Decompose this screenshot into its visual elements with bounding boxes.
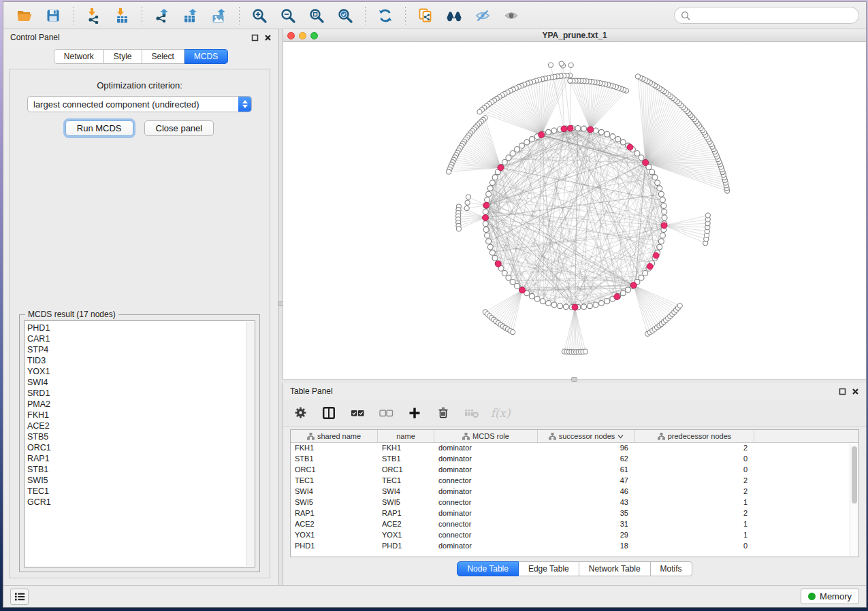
column-header-predecessor-nodes[interactable]: predecessor nodes <box>635 430 754 442</box>
cell-shared-name[interactable]: SWI5 <box>291 497 378 508</box>
cell-name[interactable]: PHD1 <box>378 541 434 552</box>
mcds-result-item[interactable]: PMA2 <box>27 399 252 410</box>
open-file-button[interactable] <box>13 5 36 26</box>
horizontal-splitter[interactable] <box>283 379 866 383</box>
mcds-result-item[interactable]: ACE2 <box>27 420 252 431</box>
delete-table-button[interactable] <box>464 406 479 420</box>
mcds-result-list[interactable]: PHD1CAR1STP4TID3YOX1SWI4SRD1PMA2FKH1ACE2… <box>24 320 255 567</box>
vertical-splitter[interactable] <box>278 29 283 585</box>
cell-predecessor-nodes[interactable]: 2 <box>635 476 754 486</box>
show-all-button[interactable] <box>500 5 523 26</box>
mcds-result-item[interactable]: YOX1 <box>27 366 252 377</box>
deselect-all-rows-button[interactable] <box>379 406 393 420</box>
cell-successor-nodes[interactable]: 29 <box>538 530 635 541</box>
cell-name[interactable]: TEC1 <box>378 476 434 486</box>
table-settings-gear-button[interactable] <box>293 406 308 420</box>
close-panel-icon[interactable] <box>852 388 859 395</box>
export-network-button[interactable] <box>150 5 174 26</box>
cell-mcds-role[interactable]: dominator <box>434 541 538 552</box>
cell-mcds-role[interactable]: dominator <box>434 465 538 476</box>
cell-predecessor-nodes[interactable]: 2 <box>635 486 754 497</box>
mcds-result-item[interactable]: PHD1 <box>27 323 252 333</box>
zoom-fit-button[interactable] <box>305 5 328 26</box>
search-input[interactable] <box>690 11 852 20</box>
cell-successor-nodes[interactable]: 18 <box>538 541 635 552</box>
clone-network-button[interactable] <box>414 5 437 26</box>
mcds-result-item[interactable]: STB1 <box>27 464 252 475</box>
cell-predecessor-nodes[interactable]: 0 <box>635 465 754 476</box>
table-scrollbar[interactable] <box>850 444 858 557</box>
cell-shared-name[interactable]: TEC1 <box>291 476 378 486</box>
run-mcds-button[interactable]: Run MCDS <box>65 120 133 136</box>
mcds-result-item[interactable]: GCR1 <box>27 497 252 508</box>
network-list-button[interactable] <box>10 589 29 605</box>
mcds-result-item[interactable]: ORC1 <box>27 442 252 453</box>
export-image-button[interactable] <box>208 5 231 26</box>
cell-predecessor-nodes[interactable]: 2 <box>635 508 754 519</box>
tab-style[interactable]: Style <box>104 49 142 64</box>
cell-name[interactable]: ORC1 <box>378 465 434 476</box>
float-panel-icon[interactable] <box>251 34 259 42</box>
close-panel-button[interactable]: Close panel <box>144 120 214 136</box>
cell-successor-nodes[interactable]: 43 <box>538 497 635 508</box>
column-visibility-button[interactable] <box>321 406 336 420</box>
tab-select[interactable]: Select <box>142 49 184 64</box>
table-row[interactable]: TEC1TEC1connector472 <box>291 476 858 486</box>
zoom-out-button[interactable] <box>276 5 300 26</box>
cell-name[interactable]: SWI4 <box>378 486 434 497</box>
first-neighbors-button[interactable] <box>443 5 466 26</box>
column-header-successor-nodes[interactable]: successor nodes <box>538 430 635 442</box>
table-row[interactable]: RAP1RAP1dominator352 <box>291 508 858 519</box>
cell-name[interactable]: SWI5 <box>378 497 434 508</box>
cell-shared-name[interactable]: ACE2 <box>291 519 378 530</box>
tab-mcds[interactable]: MCDS <box>184 49 228 64</box>
cell-shared-name[interactable]: SWI4 <box>291 486 378 497</box>
mcds-result-item[interactable]: RAP1 <box>27 453 252 464</box>
cell-successor-nodes[interactable]: 47 <box>538 476 635 486</box>
select-all-rows-button[interactable] <box>350 406 365 420</box>
table-row[interactable]: ORC1ORC1dominator610 <box>291 465 858 476</box>
cell-shared-name[interactable]: PHD1 <box>291 541 378 552</box>
cell-successor-nodes[interactable]: 62 <box>538 454 635 465</box>
table-row[interactable]: STB1STB1dominator620 <box>291 454 858 465</box>
table-row[interactable]: ACE2ACE2connector311 <box>291 519 858 530</box>
cell-mcds-role[interactable]: connector <box>434 530 538 541</box>
cell-mcds-role[interactable]: connector <box>434 476 538 486</box>
column-header-MCDS-role[interactable]: MCDS role <box>434 430 538 442</box>
cell-predecessor-nodes[interactable]: 0 <box>635 541 754 552</box>
cell-mcds-role[interactable]: connector <box>434 497 538 508</box>
tab-edge-table[interactable]: Edge Table <box>519 561 579 576</box>
splitter-grabber[interactable] <box>571 377 577 382</box>
tab-network[interactable]: Network <box>54 49 104 64</box>
hide-selected-button[interactable] <box>471 5 494 26</box>
delete-column-button[interactable] <box>436 406 451 420</box>
mcds-result-item[interactable]: SWI5 <box>27 475 252 486</box>
cell-successor-nodes[interactable]: 61 <box>538 465 635 476</box>
cell-predecessor-nodes[interactable]: 0 <box>635 454 754 465</box>
table-row[interactable]: YOX1YOX1connector291 <box>291 530 858 541</box>
mcds-result-item[interactable]: CAR1 <box>27 333 252 344</box>
cell-successor-nodes[interactable]: 96 <box>538 443 635 454</box>
save-session-button[interactable] <box>42 5 65 26</box>
cell-name[interactable]: FKH1 <box>378 443 434 454</box>
cell-mcds-role[interactable]: dominator <box>434 486 538 497</box>
table-row[interactable]: SWI4SWI4dominator462 <box>291 486 858 497</box>
mcds-result-item[interactable]: STP4 <box>27 344 252 355</box>
cell-shared-name[interactable]: RAP1 <box>291 508 378 519</box>
table-row[interactable]: FKH1FKH1dominator962 <box>291 443 858 454</box>
refresh-layout-button[interactable] <box>374 5 397 26</box>
cell-shared-name[interactable]: STB1 <box>291 454 378 465</box>
mcds-result-item[interactable]: SRD1 <box>27 388 252 399</box>
cell-successor-nodes[interactable]: 46 <box>538 486 635 497</box>
cell-predecessor-nodes[interactable]: 1 <box>635 497 754 508</box>
cell-shared-name[interactable]: ORC1 <box>291 465 378 476</box>
cell-name[interactable]: YOX1 <box>378 530 434 541</box>
add-column-button[interactable] <box>407 406 422 420</box>
cell-predecessor-nodes[interactable]: 1 <box>635 530 754 541</box>
cell-shared-name[interactable]: YOX1 <box>291 530 378 541</box>
cell-name[interactable]: STB1 <box>378 454 434 465</box>
scrollbar-thumb[interactable] <box>852 446 857 503</box>
cell-mcds-role[interactable]: dominator <box>434 443 538 454</box>
tab-motifs[interactable]: Motifs <box>651 561 692 576</box>
zoom-in-button[interactable] <box>248 5 271 26</box>
